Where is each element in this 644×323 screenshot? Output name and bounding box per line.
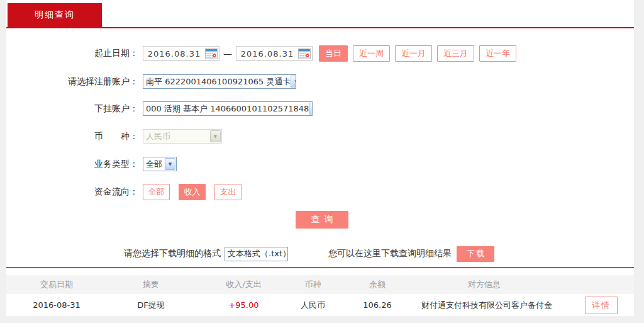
col-header-currency: 币种 [292,279,333,290]
cell-date: 2016-08-31 [6,300,107,310]
cell-counterparty: 财付通支付科技有限公司客户备付金 [421,300,547,311]
cell-balance: 106.26 [333,300,421,310]
col-header-date: 交易日期 [6,279,107,290]
business-type-value: 全部 [143,159,165,170]
currency-label: 币 种： [6,131,138,142]
table-header: 交易日期 摘要 收入/支出 币种 余额 对方信息 [6,275,634,294]
download-hint: 您可以在这里下载查询明细结果 [328,248,452,259]
tab-detail-query[interactable]: 明细查询 [8,3,102,27]
download-format-select[interactable]: 文本格式（.txt） ▼ [225,247,288,261]
chevron-down-icon: ▼ [309,103,313,115]
date-range-row: 起止日期： 2016.08.31 — 2016.08.31 当日 近一周 近一月… [6,45,634,62]
registered-account-select[interactable]: 南平 6222001406100921065 灵通卡 ▼ [143,74,296,89]
fund-flow-label: 资金流向： [6,186,138,198]
registered-account-row: 请选择注册账户： 南平 6222001406100921065 灵通卡 ▼ [6,74,634,89]
business-type-label: 业务类型： [6,159,138,170]
tab-underline [6,27,634,28]
query-button[interactable]: 查询 [296,211,348,229]
quick-range-3month-button[interactable]: 近三月 [437,45,474,62]
quick-range-month-button[interactable]: 近一月 [395,45,432,62]
chevron-down-icon: ▼ [210,130,221,142]
col-header-balance: 余额 [333,279,421,290]
fund-flow-row: 资金流向： 全部 收入 支出 [6,184,634,200]
date-range-label: 起止日期： [6,48,138,59]
sub-account-label: 下挂账户： [6,103,138,115]
download-button[interactable]: 下载 [457,246,494,262]
currency-row: 币 种： 人民币 ▼ [6,129,634,144]
end-date-value: 2016.08.31 [236,49,298,59]
currency-value: 人民币 [143,131,210,142]
chevron-down-icon: ▼ [165,158,175,170]
business-type-select[interactable]: 全部 ▼ [143,157,177,171]
start-date-input[interactable]: 2016.08.31 [143,46,219,61]
registered-account-value: 南平 6222001406100921065 灵通卡 [143,76,291,88]
start-date-value: 2016.08.31 [143,49,205,59]
calendar-icon[interactable] [298,48,311,59]
currency-select: 人民币 ▼ [143,129,222,144]
cell-summary: DF提现 [107,300,195,311]
download-row: 请您选择下载明细的格式 文本格式（.txt） ▼ 您可以在这里下载查询明细结果 … [124,246,494,262]
quick-range-week-button[interactable]: 近一周 [353,45,390,62]
fund-flow-expense-button[interactable]: 支出 [214,184,242,200]
col-header-amount: 收入/支出 [195,279,292,290]
col-header-summary: 摘要 [107,279,195,290]
cell-currency: 人民币 [292,300,333,311]
detail-query-panel: 明细查询 起止日期： 2016.08.31 — 2016.08.31 当日 近一… [6,0,634,316]
chevron-down-icon: ▼ [291,76,296,88]
quick-range-today-button[interactable]: 当日 [319,45,348,62]
registered-account-label: 请选择注册账户： [6,76,138,88]
end-date-input[interactable]: 2016.08.31 [236,46,313,61]
fund-flow-income-button[interactable]: 收入 [179,184,206,200]
quick-range-year-button[interactable]: 近一年 [479,45,516,62]
detail-button[interactable]: 详情 [585,297,618,314]
download-format-label: 请您选择下载明细的格式 [124,248,221,259]
sub-account-value: 000 活期 基本户 1406600101102571848 [143,103,309,115]
business-type-row: 业务类型： 全部 ▼ [6,157,634,171]
fund-flow-all-button[interactable]: 全部 [143,184,170,200]
col-header-counterparty: 对方信息 [421,279,547,290]
cell-amount: +95.00 [195,300,292,310]
calendar-icon[interactable] [205,48,218,59]
sub-account-select[interactable]: 000 活期 基本户 1406600101102571848 ▼ [143,101,313,116]
sub-account-row: 下挂账户： 000 活期 基本户 1406600101102571848 ▼ [6,101,634,116]
date-separator: — [223,48,232,59]
table-row: 2016-08-31 DF提现 +95.00 人民币 106.26 财付通支付科… [6,294,634,316]
results-divider [6,267,634,268]
download-format-value: 文本格式（.txt） [225,248,288,259]
